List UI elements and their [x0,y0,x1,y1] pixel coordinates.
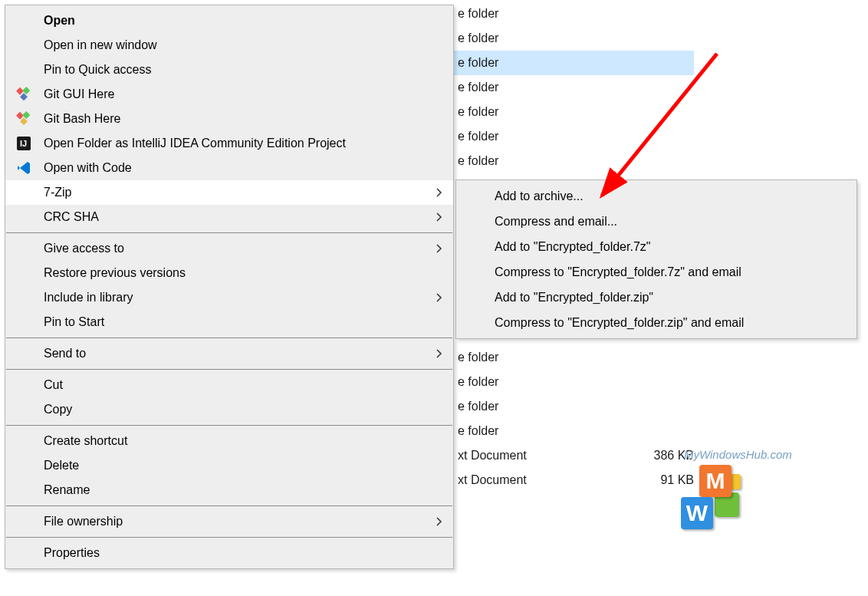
menu-item-git-gui[interactable]: Git GUI Here [5,82,453,107]
svg-rect-0 [16,87,24,95]
watermark: MyWindowsHub.com M W [692,469,761,538]
watermark-tile-m: M [699,465,732,497]
file-row[interactable]: e folder [449,100,694,124]
chevron-right-icon [436,293,442,302]
menu-item-restore-previous[interactable]: Restore previous versions [5,261,453,285]
submenu-7zip: Add to archive...Compress and email...Ad… [455,179,857,339]
menu-item-label: Cut [44,378,63,392]
menu-separator [6,338,452,338]
menu-item-file-ownership[interactable]: File ownership [5,509,453,534]
menu-item-7zip[interactable]: 7-Zip [5,180,453,205]
menu-item-label: Give access to [44,242,124,255]
menu-item-label: Open Folder as IntelliJ IDEA Community E… [44,137,346,150]
menu-item-label: Restore previous versions [44,266,186,280]
menu-separator [6,369,452,370]
menu-item-label: Copy [44,403,72,417]
menu-separator [6,232,452,233]
svg-text:IJ: IJ [20,139,27,148]
svg-rect-1 [22,87,30,94]
submenu-item-add-zip[interactable]: Add to "Encrypted_folder.zip" [456,285,856,310]
menu-item-open[interactable]: Open [5,8,453,33]
menu-item-label: Open in new window [44,38,157,52]
menu-item-git-bash[interactable]: Git Bash Here [5,107,453,131]
menu-separator [6,537,452,538]
menu-separator [6,505,452,506]
menu-item-pin-start[interactable]: Pin to Start [5,310,453,334]
file-row[interactable]: e folder [449,51,694,75]
menu-item-label: Open [44,14,75,28]
menu-separator [6,425,452,426]
svg-rect-3 [16,112,24,120]
menu-item-label: Pin to Start [44,315,104,329]
menu-item-copy[interactable]: Copy [5,397,453,422]
file-row[interactable]: e folder [449,370,694,394]
chevron-right-icon [436,349,442,358]
submenu-item-add-archive[interactable]: Add to archive... [456,183,856,209]
file-row[interactable]: e folder [449,75,694,100]
menu-item-rename[interactable]: Rename [5,478,453,502]
file-row[interactable]: e folder [449,419,694,443]
menu-item-pin-quick-access[interactable]: Pin to Quick access [5,58,453,82]
submenu-item-add-7z[interactable]: Add to "Encrypted_folder.7z" [456,234,856,259]
menu-item-label: Pin to Quick access [44,63,152,77]
menu-item-label: Create shortcut [44,434,127,448]
menu-item-cut[interactable]: Cut [5,373,453,397]
git-gui-icon [16,87,31,102]
submenu-item-compress-zip-email[interactable]: Compress to "Encrypted_folder.zip" and e… [456,310,856,335]
chevron-right-icon [436,188,442,197]
watermark-text: MyWindowsHub.com [684,448,853,461]
chevron-right-icon [436,212,442,222]
svg-rect-4 [22,111,30,119]
menu-item-properties[interactable]: Properties [5,541,453,565]
menu-item-delete[interactable]: Delete [5,453,453,478]
file-row[interactable]: e folder [449,2,694,26]
svg-rect-2 [20,93,28,100]
menu-item-label: Rename [44,483,90,497]
menu-item-label: Properties [44,546,100,560]
chevron-right-icon [436,517,442,526]
file-row[interactable]: e folder [449,345,694,370]
menu-item-label: Git GUI Here [44,87,114,101]
file-row[interactable]: e folder [449,394,694,419]
menu-item-include-library[interactable]: Include in library [5,285,453,310]
menu-item-open-new-window[interactable]: Open in new window [5,33,453,58]
svg-rect-5 [20,117,28,125]
submenu-item-compress-7z-email[interactable]: Compress to "Encrypted_folder.7z" and em… [456,259,856,285]
menu-item-send-to[interactable]: Send to [5,341,453,366]
file-size: 91 KB [625,468,694,492]
git-bash-icon [16,111,31,127]
menu-item-label: Delete [44,459,79,473]
context-menu: OpenOpen in new windowPin to Quick acces… [5,5,454,569]
intellij-icon: IJ [16,136,31,151]
menu-item-label: 7-Zip [44,186,71,199]
menu-item-intellij[interactable]: IJOpen Folder as IntelliJ IDEA Community… [5,131,453,156]
menu-item-label: Git Bash Here [44,112,120,126]
menu-item-label: File ownership [44,515,123,528]
menu-item-label: Include in library [44,291,133,305]
menu-item-label: CRC SHA [44,210,99,224]
watermark-tile-w: W [681,497,713,529]
menu-item-crc-sha[interactable]: CRC SHA [5,205,453,229]
menu-item-give-access[interactable]: Give access to [5,236,453,261]
menu-item-vscode[interactable]: Open with Code [5,156,453,180]
vscode-icon [16,160,31,176]
file-row[interactable]: e folder [449,149,694,173]
menu-item-create-shortcut[interactable]: Create shortcut [5,429,453,453]
submenu-item-compress-email[interactable]: Compress and email... [456,209,856,234]
file-row[interactable]: e folder [449,26,694,51]
file-row[interactable]: e folder [449,124,694,149]
menu-item-label: Open with Code [44,161,132,175]
menu-item-label: Send to [44,347,86,361]
chevron-right-icon [436,244,442,253]
